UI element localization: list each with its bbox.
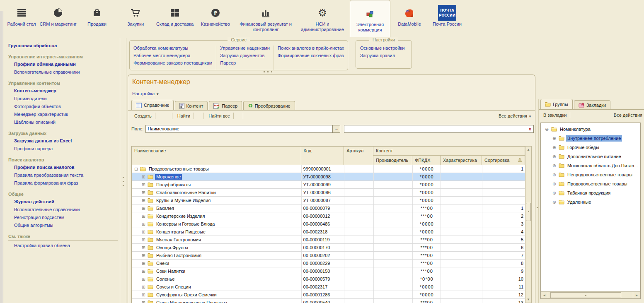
cell-name[interactable]: ⊞Сухофрукты Орехи Семечки [132,291,302,298]
table-row[interactable]: ⊞Мясная Гастрономия00-00000119***005 [132,236,525,244]
column-header-name[interactable]: Наименование [132,147,301,165]
table-row[interactable]: ⊞Овощи-Фрукты00-00000170***006 [132,244,525,252]
cell-sort[interactable]: 4 [482,228,525,236]
cell-name[interactable]: ⊞Снеки [132,260,302,267]
ribbon-item-1[interactable]: CRM и маркетинг [38,0,78,37]
cell-sort[interactable]: 6 [482,244,525,251]
cell-producer[interactable] [374,204,413,212]
cell-characteristic[interactable] [441,260,482,267]
expand-icon[interactable]: ⊞ [141,245,146,250]
cell-code[interactable]: 00-00000119 [302,236,345,243]
cell-characteristic[interactable] [441,181,482,188]
cell-code[interactable]: УТ-00000099 [302,181,345,188]
cell-article[interactable] [344,228,374,236]
cell-article[interactable] [344,236,374,243]
cell-producer[interactable] [374,244,413,251]
expand-icon[interactable]: ⊕ [552,163,557,168]
expand-icon[interactable]: ⊞ [141,182,146,188]
cell-fpkdh[interactable]: ***00 [413,252,441,259]
scroll-up-icon[interactable]: ▲ [525,147,531,153]
column-header-article[interactable]: Артикул [344,147,373,165]
cell-fpkdh[interactable]: *0000 [413,181,441,188]
cell-code[interactable]: 00-00000150 [302,267,345,275]
service-link[interactable]: Формирование ключевых фраз [278,53,344,58]
cell-name[interactable]: ⊞Бакалея [132,204,302,212]
cell-article[interactable] [344,181,374,188]
service-link[interactable]: Обработка номенклатуры [133,46,212,50]
sidebar-item[interactable]: Менеджер характеристик [14,112,119,117]
vertical-scrollbar[interactable]: ▲ ▼ [525,146,532,303]
cell-code[interactable]: 00-00000079 [302,204,345,212]
cell-characteristic[interactable] [441,173,482,180]
expand-icon[interactable]: ⊞ [141,292,146,298]
cell-name[interactable]: ⊞Полуфабрикаты [132,181,302,188]
right-panel-splitter[interactable] [536,99,539,303]
cell-article[interactable] [344,267,374,275]
cell-article[interactable] [344,189,374,196]
table-row[interactable]: ⊞Соленье00-00000579*0*0010 [132,275,525,283]
clear-icon[interactable]: x [526,125,533,132]
cell-characteristic[interactable] [441,212,482,220]
sidebar-splitter[interactable] [120,38,126,303]
cell-characteristic[interactable] [441,197,482,204]
cell-code[interactable]: УТ-00000087 [302,197,345,204]
cell-code[interactable]: УТ-00000098 [302,173,345,180]
tab-Преобразование[interactable]: ♻Преобразование [243,101,295,110]
tree-item[interactable]: ⊕Горячие обеды [541,143,640,152]
collapse-icon[interactable]: ⊟ [133,166,139,172]
cell-characteristic[interactable] [441,165,482,173]
cell-producer[interactable] [374,275,413,283]
tree-item[interactable]: ⊕Продовольственные товары [541,179,640,188]
expand-icon[interactable]: ⊕ [552,154,557,159]
sidebar-item[interactable]: Общие алгоритмы [14,223,119,228]
table-row[interactable]: ⊞Соки Напитки00-00000150***009 [132,267,525,275]
cell-name[interactable]: ⊞Овощи-Фрукты [132,244,302,251]
column-header-producer[interactable]: Производитель [373,156,412,165]
expand-icon[interactable]: ⊞ [141,174,146,180]
cell-producer[interactable] [374,220,413,228]
cell-code[interactable]: 00-0002318 [302,228,345,236]
column-header-sort[interactable]: Сортировка [482,156,525,165]
find-button[interactable]: Найти [176,113,190,118]
cell-characteristic[interactable] [441,267,482,275]
cell-sort[interactable]: 2 [482,212,525,220]
cell-article[interactable] [344,204,374,212]
cell-sort[interactable] [482,189,525,196]
cell-article[interactable] [344,291,374,298]
cell-sort[interactable]: 3 [482,220,525,228]
expand-icon[interactable]: ⊞ [141,253,146,258]
cell-name[interactable]: ⊞Рыбная Гастрономия [132,252,302,259]
cell-article[interactable] [344,260,374,267]
cell-code[interactable]: 00-00000540 [302,299,345,303]
expand-icon[interactable]: ⊕ [552,181,557,187]
cell-sort[interactable]: 12 [482,291,525,298]
cell-fpkdh[interactable]: *0000 [413,189,441,196]
cell-sort[interactable]: 9 [482,267,525,275]
service-link[interactable]: Поиск аналогов в прайс-листах [278,46,344,50]
cell-code[interactable]: УТ-00000086 [302,189,345,196]
expand-icon[interactable]: ⊞ [141,277,146,282]
ribbon-item-4[interactable]: Склад и доставка [155,0,195,37]
sidebar-item[interactable]: Групповая обработка [8,43,119,48]
scrollbar-thumb[interactable] [550,292,621,298]
cell-name[interactable]: ⊞Крупы и Мучные Изделия [132,197,302,204]
cell-sort[interactable]: 13 [482,299,525,303]
scrollbar-track[interactable] [548,292,633,298]
sidebar-item[interactable]: Загрузка данных из Excel [14,138,119,143]
ribbon-item-2[interactable]: Продажи [78,0,116,37]
cell-characteristic[interactable] [441,244,482,251]
expand-icon[interactable]: ⊞ [141,221,146,227]
cell-name[interactable]: ⊞Соленье [132,275,302,283]
expand-icon[interactable]: ⊞ [141,261,146,266]
table-row[interactable]: ⊞ПолуфабрикатыУТ-00000099*0000 [132,181,525,189]
settings-link[interactable]: Основные настройки [360,46,408,50]
cell-article[interactable] [344,299,374,303]
cell-fpkdh[interactable]: *0000 [413,173,441,180]
cell-fpkdh[interactable]: *0000 [413,228,441,236]
sidebar-item[interactable]: Регистрация подсистем [14,215,119,220]
tree-item[interactable]: ⊕Внутреннее потребление [541,134,640,143]
table-row[interactable]: ⊞Консервы и Готовые Блюда00-00000486*000… [132,220,525,228]
cell-producer[interactable] [374,197,413,204]
table-row[interactable]: ⊞Рыбная Гастрономия00-00000202***007 [132,252,525,260]
tab-Справочник[interactable]: Справочник [131,100,174,110]
